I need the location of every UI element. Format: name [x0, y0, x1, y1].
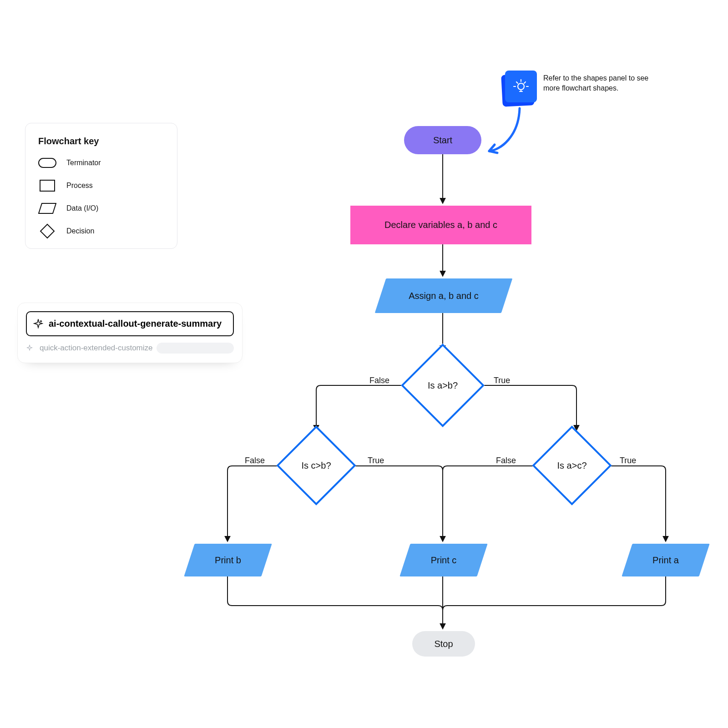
node-print-a[interactable]: Print a	[627, 544, 704, 576]
node-label: Stop	[434, 639, 453, 649]
node-print-c[interactable]: Print c	[405, 544, 482, 576]
node-decision-a-gt-b[interactable]: Is a>b?	[413, 356, 472, 415]
hint-sticky-icon	[505, 71, 537, 102]
node-label: Declare variables a, b and c	[384, 220, 497, 230]
ai-callout-card: ai-contextual-callout-generate-summary q…	[17, 303, 243, 363]
svg-point-4	[518, 83, 524, 90]
sparkle-small-icon	[26, 344, 33, 352]
node-print-b[interactable]: Print b	[189, 544, 267, 576]
ai-customize-label[interactable]: quick-action-extended-customize	[37, 344, 153, 353]
node-label: Is a>c?	[557, 460, 586, 471]
data-io-icon	[38, 202, 56, 215]
key-label: Terminator	[66, 159, 101, 167]
svg-rect-12	[39, 158, 56, 167]
diagram-canvas[interactable]: Refer to the shapes panel to see more fl…	[0, 0, 728, 728]
edge-label-cb-true: True	[368, 456, 384, 465]
svg-line-10	[516, 82, 518, 83]
node-label: Start	[433, 135, 452, 146]
sparkle-icon	[33, 319, 43, 329]
node-start[interactable]: Start	[404, 126, 481, 154]
hint-callout: Refer to the shapes panel to see more fl…	[505, 71, 648, 102]
flowchart-edges	[0, 0, 728, 728]
node-label: Print c	[431, 555, 457, 566]
edge-label-cb-false: False	[245, 456, 265, 465]
key-row-terminator: Terminator	[38, 157, 164, 169]
node-declare[interactable]: Declare variables a, b and c	[350, 206, 531, 244]
node-label: Is c>b?	[301, 460, 331, 471]
key-label: Data (I/O)	[66, 204, 98, 212]
terminator-icon	[38, 157, 56, 169]
decision-icon	[38, 225, 56, 238]
hint-line1: Refer to the shapes panel to see	[543, 74, 648, 82]
node-decision-a-gt-c[interactable]: Is a>c?	[544, 437, 600, 494]
node-decision-c-gt-b[interactable]: Is c>b?	[288, 437, 344, 494]
key-row-process: Process	[38, 179, 164, 192]
edge-label-ac-true: True	[620, 456, 636, 465]
node-label: Print b	[215, 555, 241, 566]
lightbulb-icon	[512, 77, 530, 96]
key-row-decision: Decision	[38, 225, 164, 238]
svg-line-11	[524, 82, 526, 83]
edge-label-ac-false: False	[496, 456, 516, 465]
flowchart-key-card: Flowchart key Terminator Process Data (I…	[25, 123, 177, 249]
key-row-data: Data (I/O)	[38, 202, 164, 215]
key-title: Flowchart key	[38, 136, 164, 147]
process-icon	[38, 179, 56, 192]
edge-label-ab-false: False	[369, 376, 389, 385]
svg-marker-14	[39, 203, 56, 213]
ai-customize-chip[interactable]	[157, 343, 234, 354]
node-assign[interactable]: Assign a, b and c	[380, 278, 507, 313]
hint-line2: more flowchart shapes.	[543, 84, 618, 92]
hint-text: Refer to the shapes panel to see more fl…	[543, 71, 648, 93]
node-stop[interactable]: Stop	[412, 631, 475, 657]
key-label: Process	[66, 182, 93, 190]
ai-button-label: ai-contextual-callout-generate-summary	[49, 318, 222, 329]
svg-rect-13	[40, 180, 55, 191]
node-label: Is a>b?	[428, 380, 458, 391]
edge-label-ab-true: True	[494, 376, 510, 385]
ai-generate-summary-button[interactable]: ai-contextual-callout-generate-summary	[26, 311, 234, 336]
node-label: Assign a, b and c	[409, 291, 478, 301]
svg-marker-15	[40, 224, 54, 238]
key-label: Decision	[66, 227, 94, 235]
node-label: Print a	[652, 555, 679, 566]
